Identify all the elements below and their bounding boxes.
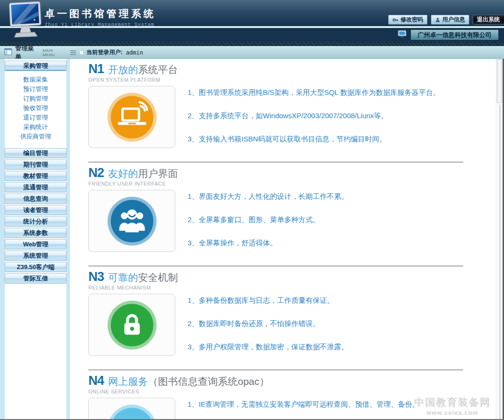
current-user-line: 当前登录用户: admin — [80, 46, 143, 59]
feature-sections: N1 开放的 系统平台 OPEN SYSTEM PLATFORM 1、图书管理系… — [76, 59, 466, 419]
feature-section: N3 可靠的 安全机制 RELIABLE MECHANISM 1、多种备份数据库… — [88, 270, 466, 365]
users-group-icon — [105, 195, 159, 248]
section-points: 1、多种备份数据库与日志，工作质量有保证。2、数据库即时备份还原，不怕操作错误。… — [188, 294, 348, 365]
feature-point: 1、界面友好大方，人性化的设计，长期工作不累。 — [188, 191, 348, 201]
sidebar-sections: 编目管理期刊管理教材管理流通管理信息查询读者管理统计分析系统参数Web管理系统管… — [5, 148, 67, 283]
section-title-highlight: 可靠的 — [108, 271, 138, 284]
feature-point: 3、多用户权限管理，数据加密，保证数据不泄露。 — [188, 342, 348, 352]
feature-point: 2、全屏幕多窗口、图形、菜单多种方式。 — [188, 215, 348, 224]
feature-point: 1、IE查询管理，无需独立安装客户端即可远程查阅、预借、管理、备份。 — [188, 399, 419, 409]
section-title-highlight: 网上服务 — [108, 375, 148, 388]
section-header: N2 友好的 用户界面 — [88, 166, 466, 180]
section-divider — [88, 370, 463, 370]
section-icon-card — [88, 398, 175, 419]
sidebar-right-strip — [67, 59, 70, 419]
section-caption: OPEN SYSTEM PLATFORM — [88, 77, 466, 83]
section-number: N3 — [88, 270, 104, 284]
section-header: N4 网上服务 （图书信息查询系统opac） — [88, 373, 466, 388]
user-info-button[interactable]: 用户信息 — [431, 15, 469, 25]
change-password-button[interactable]: 修改密码 — [388, 15, 428, 25]
sidebar-section-bar[interactable]: Z39.50客户端 — [5, 262, 67, 272]
feature-section: N4 网上服务 （图书信息查询系统opac） ONLINE SERVICES 1… — [88, 373, 466, 419]
feature-section: N2 友好的 用户界面 FRIENDLY USER INTERFACE 1、界面… — [88, 166, 466, 261]
sidebar-section-bar[interactable]: 期刊管理 — [5, 159, 67, 169]
company-name-button[interactable]: 广州卓一信息科技有限公司 — [410, 29, 499, 40]
section-title-rest: 用户界面 — [138, 167, 178, 180]
hamburger-menu-icon[interactable] — [70, 50, 76, 55]
section-title-rest: 安全机制 — [138, 271, 178, 284]
feature-point: 1、多种备份数据库与日志，工作质量有保证。 — [188, 295, 348, 305]
sidebar-section-bar[interactable]: 流通管理 — [5, 182, 67, 192]
main-panel: N1 开放的 系统平台 OPEN SYSTEM PLATFORM 1、图书管理系… — [76, 59, 504, 419]
content-area: 采购管理 数据采集预订管理订购管理验收管理退订管理采购统计供应商管理 编目管理期… — [0, 59, 504, 420]
header-actions: 修改密码 用户信息 退出系统 — [388, 15, 504, 25]
feature-point: 3、支持输入书籍ISBN码就可以获取书目信息，节约编目时间。 — [188, 134, 440, 144]
sidebar-sub-items: 数据采集预订管理订购管理验收管理退订管理采购统计供应商管理 — [5, 72, 67, 148]
section-number: N1 — [88, 62, 104, 76]
section-divider — [88, 266, 463, 266]
sidebar-section-bar[interactable]: 统计分析 — [5, 216, 67, 226]
section-title-highlight: 开放的 — [108, 63, 138, 76]
sidebar-section-bar[interactable]: Web管理 — [5, 239, 67, 249]
section-title-highlight: 友好的 — [108, 167, 138, 180]
small-monitor-icon — [398, 30, 407, 40]
sidebar-section-bar[interactable]: 教材管理 — [5, 171, 67, 181]
section-header: N1 开放的 系统平台 — [88, 62, 466, 76]
sidebar-section-bar[interactable]: 系统管理 — [5, 251, 67, 261]
section-points: 1、图书管理系统采用纯B/S架构，采用大型SQL 数据库作为数据库服务器平台。2… — [188, 86, 440, 157]
vertical-scrollbar[interactable] — [496, 59, 503, 419]
app-window: 卓一图书馆管理系统 Zhuo Yi Library Management Sys… — [0, 0, 504, 420]
banner-dark-stripe — [0, 42, 504, 46]
laptop-wifi-icon — [105, 91, 159, 144]
sidebar-section-bar[interactable]: 编目管理 — [5, 148, 67, 158]
sidebar: 采购管理 数据采集预订管理订购管理验收管理退订管理采购统计供应商管理 编目管理期… — [0, 59, 70, 419]
section-divider — [88, 162, 463, 162]
feature-point: 1、图书管理系统采用纯B/S架构，采用大型SQL 数据库作为数据库服务器平台。 — [188, 87, 440, 97]
app-subtitle: Zhuo Yi Library Management System — [45, 22, 156, 28]
section-icon-card — [88, 86, 175, 148]
section-points: 1、IE查询管理，无需独立安装客户端即可远程查阅、预借、管理、备份。2、全新的J… — [188, 398, 419, 419]
section-title-rest: 系统平台 — [138, 63, 178, 76]
feature-point: 2、数据库即时备份还原，不怕操作错误。 — [188, 318, 348, 328]
sidebar-left-strip — [0, 59, 5, 419]
bullet-icon — [80, 51, 83, 54]
sidebar-section-bar[interactable]: 读者管理 — [5, 205, 67, 215]
search-card-icon — [105, 402, 159, 420]
current-user-label: 当前登录用户: — [86, 48, 123, 56]
sidebar-item[interactable]: 预订管理 — [5, 84, 67, 94]
section-icon-card — [88, 294, 175, 356]
section-icon-card — [88, 190, 175, 252]
key-icon — [392, 17, 399, 23]
sidebar-item[interactable]: 退订管理 — [5, 113, 67, 122]
sidebar-item[interactable]: 数据采集 — [5, 75, 67, 84]
sidebar-item[interactable]: 供应商管理 — [5, 132, 67, 141]
scrollbar-thumb[interactable] — [497, 59, 502, 103]
sidebar-section-bar[interactable]: 系统参数 — [5, 228, 67, 238]
sidebar-section-bar[interactable]: 管际互借 — [5, 273, 67, 283]
window-icon — [4, 48, 12, 57]
section-header: N3 可靠的 安全机制 — [88, 270, 466, 284]
monitor-logo-icon — [4, 1, 48, 39]
logout-button[interactable]: 退出系统 — [473, 15, 504, 25]
menu-caption: MAIN MENU — [43, 48, 67, 57]
feature-point: 3、全屏幕操作，舒适得体。 — [188, 238, 348, 248]
current-user-name: admin — [126, 49, 143, 56]
sidebar-item[interactable]: 验收管理 — [5, 103, 67, 113]
sidebar-section-purchase[interactable]: 采购管理 — [5, 61, 67, 71]
feature-point: 2、支持多系统平台，如WindowsXP/2003/2007/2008/Liun… — [188, 111, 440, 121]
section-number: N2 — [88, 166, 104, 180]
section-caption: RELIABLE MECHANISM — [88, 285, 466, 290]
sidebar-item[interactable]: 订购管理 — [5, 94, 67, 103]
person-icon — [435, 17, 440, 23]
app-title: 卓一图书馆管理系统 — [45, 7, 156, 20]
section-caption: ONLINE SERVICES — [88, 389, 466, 394]
sidebar-section-bar[interactable]: 信息查询 — [5, 194, 67, 204]
section-title-rest: （图书信息查询系统opac） — [148, 375, 270, 388]
section-number: N4 — [88, 373, 104, 388]
sidebar-item[interactable]: 采购统计 — [5, 122, 67, 132]
lock-icon — [105, 299, 159, 352]
top-banner: 卓一图书馆管理系统 Zhuo Yi Library Management Sys… — [0, 0, 504, 46]
feature-section: N1 开放的 系统平台 OPEN SYSTEM PLATFORM 1、图书管理系… — [88, 62, 466, 157]
section-caption: FRIENDLY USER INTERFACE — [88, 181, 466, 187]
status-bar: 管理菜单 MAIN MENU 当前登录用户: admin — [0, 46, 504, 59]
